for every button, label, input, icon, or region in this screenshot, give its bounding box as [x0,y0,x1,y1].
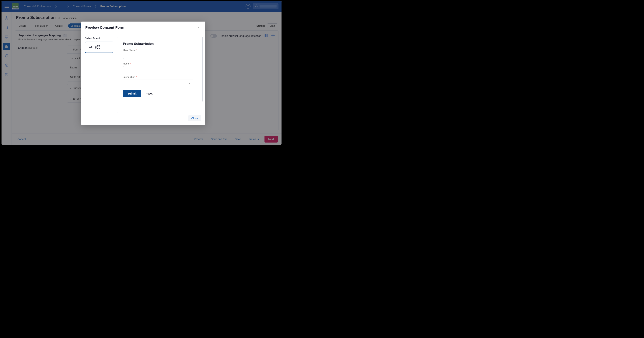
brand-card-zam-zam[interactable]: Zam Zam [85,41,113,53]
app-frame: TrustArc NYMITY Consent & Preferences ❯ … [2,1,282,145]
close-button[interactable]: Close [188,115,201,121]
input-user-name[interactable] [123,53,193,59]
modal-body: Select Brand Zam Zam Promo Subscript [81,33,205,113]
modal-scrollbar[interactable] [202,37,204,113]
select-jurisdiction[interactable]: ⌄ [123,80,193,86]
preview-form: Promo Subscription User Name* Name* Jur [117,37,199,113]
reset-button[interactable]: Reset [146,92,152,95]
label-jurisdiction: Jurisdiction* [123,76,193,78]
submit-button[interactable]: Submit [123,90,141,97]
preview-form-title: Promo Subscription [123,42,193,46]
gamepad-icon [88,45,93,50]
select-brand-label: Select Brand [85,37,113,40]
label-name: Name* [123,62,193,65]
brand-column: Select Brand Zam Zam [85,37,113,113]
modal-footer: Close [81,113,205,125]
required-asterisk: * [136,76,136,78]
input-name[interactable] [123,66,193,72]
modal-header: Preview Consent Form ✕ [81,21,205,33]
form-actions: Submit Reset [123,90,193,97]
label-jurisdiction-text: Jurisdiction [123,76,135,78]
brand-name-line1: Zam [95,44,100,47]
brand-name: Zam Zam [95,45,100,50]
svg-point-17 [91,46,92,47]
label-name-text: Name [123,62,130,65]
field-name: Name* [123,62,193,72]
field-jurisdiction: Jurisdiction* ⌄ [123,76,193,86]
label-user-name: User Name* [123,49,193,52]
field-user-name: User Name* [123,49,193,59]
preview-consent-form-modal: Preview Consent Form ✕ Select Brand Zam … [81,21,205,125]
scrollbar-thumb[interactable] [202,37,204,101]
modal-title: Preview Consent Form [85,25,124,30]
required-asterisk: * [130,62,131,65]
svg-point-18 [92,47,92,47]
brand-name-line2: Zam [95,47,100,50]
required-asterisk: * [136,49,137,52]
chevron-down-icon: ⌄ [188,81,191,85]
label-user-name-text: User Name [123,49,136,52]
modal-close-icon[interactable]: ✕ [196,25,201,30]
